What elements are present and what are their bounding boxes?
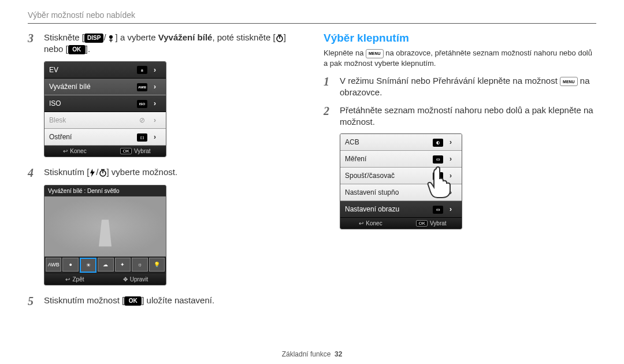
timer-icon <box>276 34 284 42</box>
acb-icon: ◐ <box>432 138 444 147</box>
menu-key-icon: MENU <box>560 77 578 86</box>
finger-pointer-icon <box>425 164 454 199</box>
breadcrumb: Výběr možností nebo nabídek <box>28 10 596 20</box>
right-column: Výběr klepnutím Klepněte na MENU na obra… <box>324 32 596 313</box>
step-number: 3 <box>28 32 38 55</box>
preview-title: Vyvážení bílé : Denní světlo <box>44 185 166 196</box>
menu-row-flash: Blesk ⊘ › <box>44 112 166 129</box>
preview-image <box>44 196 166 257</box>
step-3: 3 Stiskněte [DISP/] a vyberte Vyvážení b… <box>28 32 300 55</box>
back-arrow-icon <box>63 148 68 154</box>
chevron-right-icon: › <box>444 155 457 163</box>
preview-footer: Zpět ✥Upravit <box>44 274 166 285</box>
step-4: 4 Stisknutím [/] vyberte možnost. <box>28 166 300 179</box>
left-column: 3 Stiskněte [DISP/] a vyberte Vyvážení b… <box>28 32 300 313</box>
back-arrow-icon <box>359 220 363 226</box>
step-2: 2 Přetáhněte seznam možností nahoru nebo… <box>324 105 596 128</box>
footer-back[interactable]: Konec <box>340 218 401 229</box>
awb-icon: AWB <box>136 82 148 91</box>
menu-key-icon: MENU <box>366 49 384 58</box>
dpad-icon: ✥ <box>123 276 128 283</box>
ok-key-icon: OK <box>124 296 142 306</box>
timer-icon <box>99 169 107 177</box>
ev-icon: ± <box>136 65 148 75</box>
flash-icon <box>89 169 96 177</box>
chevron-right-icon: › <box>148 83 161 91</box>
metering-icon: ▭ <box>432 154 444 164</box>
menu-row-image-adjust[interactable]: Nastavení obrazu ▭ › <box>340 201 462 218</box>
macro-icon <box>106 34 116 43</box>
wb-thumb-fluorescent[interactable]: ✦ <box>115 258 131 272</box>
footer-select[interactable]: OKVybrat <box>401 218 462 229</box>
menu-footer: Konec OKVybrat <box>44 146 166 157</box>
section-title: Výběr klepnutím <box>324 32 596 44</box>
svg-point-0 <box>109 35 113 39</box>
menu-footer: Konec OKVybrat <box>340 218 462 229</box>
wb-thumb-daylight[interactable]: ☀ <box>80 258 96 273</box>
menu-row-acb[interactable]: ACB ◐ › <box>340 134 462 151</box>
ok-key-icon: OK <box>68 45 86 54</box>
step-5: 5 Stisknutím možnost [OK] uložíte nastav… <box>28 295 300 307</box>
menu-row-wb[interactable]: Vyvážení bílé AWB › <box>44 79 166 95</box>
step-text: Stisknutím [/] vyberte možnost. <box>44 166 177 179</box>
image-icon: ▭ <box>432 205 444 214</box>
footer-back[interactable]: Zpět <box>44 274 105 285</box>
menu-row-focus[interactable]: Ostření [ ] › <box>44 129 166 146</box>
chevron-right-icon: › <box>148 99 161 107</box>
header-rule <box>28 23 596 24</box>
footer-back[interactable]: Konec <box>44 146 105 157</box>
step-text: Stisknutím možnost [OK] uložíte nastaven… <box>44 295 214 307</box>
step-number: 4 <box>28 166 38 179</box>
chevron-right-icon: › <box>444 205 457 213</box>
wb-thumb-fluorescent2[interactable]: ☼ <box>132 258 147 272</box>
chevron-right-icon: › <box>444 138 457 146</box>
step-number: 2 <box>324 105 334 128</box>
svg-marker-4 <box>90 169 95 177</box>
chevron-right-icon: › <box>148 116 161 124</box>
menu-row-iso[interactable]: ISO ISO › <box>44 95 166 112</box>
step-number: 5 <box>28 295 38 307</box>
no-flash-icon: ⊘ <box>136 116 148 124</box>
disp-key-icon: DISP <box>84 34 103 43</box>
touch-menu-screen: ACB ◐ › Měření ▭ › Spoušť/časovač ▭ › Na… <box>340 133 462 229</box>
back-arrow-icon <box>65 276 70 283</box>
page-footer: Základní funkce 32 <box>0 350 624 358</box>
wb-preview-screen: Vyvážení bílé : Denní světlo AWB ● ☀ ☁ ✦… <box>44 185 166 285</box>
ok-badge-icon: OK <box>120 148 132 154</box>
silhouette-icon <box>91 206 120 247</box>
wb-thumb-cloudy[interactable]: ☁ <box>98 258 113 272</box>
chevron-right-icon: › <box>148 133 161 141</box>
step-text: Stiskněte [DISP/] a vyberte Vyvážení bíl… <box>44 32 300 55</box>
menu-row-ev[interactable]: EV ± › <box>44 62 166 79</box>
wb-thumb-auto[interactable]: ● <box>62 258 78 272</box>
step-number: 1 <box>324 75 334 99</box>
wb-thumb-tungsten[interactable]: 💡 <box>149 258 165 272</box>
wb-thumb-strip: AWB ● ☀ ☁ ✦ ☼ 💡 <box>44 257 166 274</box>
step-text: V režimu Snímání nebo Přehrávání klepnět… <box>340 75 596 99</box>
menu-screen-1: EV ± › Vyvážení bílé AWB › ISO ISO › Ble… <box>44 61 166 157</box>
ok-badge-icon: OK <box>416 220 428 226</box>
iso-icon: ISO <box>136 99 148 108</box>
focus-icon: [ ] <box>136 132 148 142</box>
footer-select[interactable]: OKVybrat <box>105 146 166 157</box>
chevron-right-icon: › <box>148 66 161 74</box>
intro-paragraph: Klepněte na MENU na obrazovce, přetáhnět… <box>324 48 596 68</box>
wb-thumb-awb[interactable]: AWB <box>46 258 61 272</box>
step-text: Přetáhněte seznam možností nahoru nebo d… <box>340 105 596 128</box>
step-1: 1 V režimu Snímání nebo Přehrávání klepn… <box>324 75 596 99</box>
footer-edit[interactable]: ✥Upravit <box>105 274 166 285</box>
